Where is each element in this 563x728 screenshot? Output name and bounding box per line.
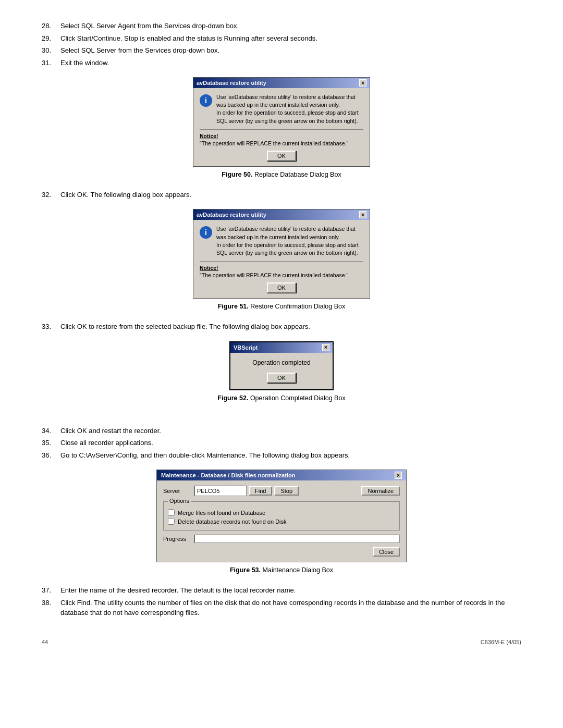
figure-51-row: i Use 'avDatabase restore utility' to re…	[200, 225, 363, 257]
step-33: 33. Click OK to restore from the selecte…	[42, 322, 521, 332]
step-34-text: Click OK and restart the recorder.	[60, 426, 161, 436]
figure-50-title: avDatabase restore utility	[197, 80, 266, 86]
figure-53-options-group: Options Merge files not found on Databas…	[163, 501, 400, 530]
figure-51-caption: Figure 51. Restore Confirmation Dialog B…	[218, 303, 346, 310]
figure-52-caption-text: Operation Completed Dialog Box	[250, 394, 346, 402]
step-35: 35. Close all recorder applications.	[42, 438, 521, 448]
figure-53-caption-text: Maintenance Dialog Box	[263, 566, 334, 574]
footer-page-number: 44	[42, 639, 48, 645]
step-36-text: Go to C:\AvServer\Config, and then doubl…	[60, 450, 350, 461]
step-37-text: Enter the name of the desired recorder. …	[60, 585, 296, 596]
step-31-num: 31.	[42, 58, 60, 68]
step-29-text: Click Start/Continue. Stop is enabled an…	[60, 33, 317, 44]
figure-50-buttons: OK	[200, 151, 363, 161]
figure-52-title: VBScript	[234, 344, 258, 351]
figure-51-caption-prefix: Figure 51.	[218, 303, 249, 310]
figure-53-checkbox1-row: Merge files not found on Database	[168, 509, 395, 516]
step-32: 32. Click OK. The following dialog box a…	[42, 190, 521, 200]
figure-53-stop-button[interactable]: Stop	[274, 486, 299, 496]
step-28-num: 28.	[42, 21, 60, 31]
figure-53-checkbox2[interactable]	[168, 518, 175, 525]
figure-53-close-button[interactable]: Close	[373, 547, 400, 557]
figure-52-container: VBScript × Operation completed OK Figure…	[42, 341, 521, 402]
figure-50-close[interactable]: ×	[359, 79, 366, 87]
figure-52-close[interactable]: ×	[322, 344, 329, 351]
footer-document-id: C636M-E (4/05)	[481, 639, 521, 645]
step-30: 30. Select SQL Server from the Services …	[42, 45, 521, 56]
figure-51-dialog: avDatabase restore utility × i Use 'avDa…	[193, 209, 370, 299]
figure-53-normalize-button[interactable]: Normalize	[361, 486, 400, 496]
step-31: 31. Exit the window.	[42, 58, 521, 68]
figure-51-notice: Notice! "The operation will REPLACE the …	[200, 261, 363, 278]
figure-53-footer: Close	[163, 547, 400, 557]
figure-53-dialog: Maintenance - Database / Disk files norm…	[156, 470, 407, 562]
figure-53-progress-row: Progress	[163, 535, 400, 543]
steps-28-31: 28. Select SQL Server Agent from the Ser…	[42, 21, 521, 68]
figure-50-notice-title: Notice!	[200, 133, 363, 139]
figure-53-checkbox2-row: Delete database records not found on Dis…	[168, 518, 395, 525]
figure-53-checkbox1-label: Merge files not found on Database	[178, 510, 265, 516]
figure-53-caption: Figure 53. Maintenance Dialog Box	[230, 566, 333, 574]
figure-53-container: Maintenance - Database / Disk files norm…	[42, 470, 521, 574]
figure-50-container: avDatabase restore utility × i Use 'avDa…	[42, 77, 521, 178]
step-28: 28. Select SQL Server Agent from the Ser…	[42, 21, 521, 31]
step-30-text: Select SQL Server from the Services drop…	[60, 45, 219, 56]
step-33-text: Click OK to restore from the selected ba…	[60, 322, 310, 332]
figure-53-progress-label: Progress	[163, 536, 194, 542]
figure-53-server-input[interactable]	[194, 486, 247, 496]
figure-51-notice-text: "The operation will REPLACE the current …	[200, 272, 348, 278]
figure-53-server-row: Server Find Stop Normalize	[163, 486, 400, 496]
step-33-num: 33.	[42, 322, 60, 332]
figure-50-titlebar: avDatabase restore utility ×	[193, 78, 370, 88]
figure-51-close[interactable]: ×	[359, 211, 366, 218]
figure-53-caption-prefix: Figure 53.	[230, 566, 261, 574]
footer: 44 C636M-E (4/05)	[42, 639, 521, 645]
figure-52-body: Operation completed OK	[230, 353, 333, 389]
step-31-text: Exit the window.	[60, 58, 109, 68]
figure-50-notice: Notice! "The operation will REPLACE the …	[200, 129, 363, 146]
figure-53-find-button[interactable]: Find	[249, 486, 272, 496]
figure-51-titlebar: avDatabase restore utility ×	[193, 209, 370, 220]
figure-50-dialog: avDatabase restore utility × i Use 'avDa…	[193, 77, 370, 167]
step-38-num: 38.	[42, 598, 60, 618]
figure-50-row: i Use 'avDatabase restore utility' to re…	[200, 93, 363, 125]
figure-52-caption-prefix: Figure 52.	[217, 394, 248, 402]
figure-51-caption-text: Restore Confirmation Dialog Box	[250, 303, 345, 310]
step-34-num: 34.	[42, 426, 60, 436]
figure-53-body: Server Find Stop Normalize Options Merge…	[157, 480, 406, 562]
step-38: 38. Click Find. The utility counts the n…	[42, 598, 521, 618]
figure-50-ok-button[interactable]: OK	[267, 151, 296, 161]
figure-50-info-icon: i	[200, 94, 212, 107]
figure-53-title: Maintenance - Database / Disk files norm…	[161, 472, 295, 478]
figure-51-ok-button[interactable]: OK	[267, 282, 296, 293]
figure-53-progress-bar	[194, 535, 400, 543]
figure-53-close[interactable]: ×	[395, 472, 402, 479]
figure-52-message: Operation completed	[239, 359, 324, 366]
figure-50-body-text: Use 'avDatabase restore utility' to rest…	[216, 93, 363, 125]
figure-52-ok-button[interactable]: OK	[267, 373, 296, 383]
figure-50-caption-text: Replace Database Dialog Box	[254, 171, 341, 178]
figure-51-info-icon: i	[200, 226, 212, 239]
step-28-text: Select SQL Server Agent from the Service…	[60, 21, 239, 31]
step-37: 37. Enter the name of the desired record…	[42, 585, 521, 596]
step-36: 36. Go to C:\AvServer\Config, and then d…	[42, 450, 521, 461]
step-32-text: Click OK. The following dialog box appea…	[60, 190, 191, 200]
step-34: 34. Click OK and restart the recorder.	[42, 426, 521, 436]
figure-50-caption-prefix: Figure 50.	[222, 171, 252, 178]
step-35-num: 35.	[42, 438, 60, 448]
figure-51-title: avDatabase restore utility	[197, 212, 266, 218]
step-32-list: 32. Click OK. The following dialog box a…	[42, 190, 521, 200]
figure-52-dialog: VBScript × Operation completed OK	[229, 341, 334, 390]
step-36-num: 36.	[42, 450, 60, 461]
figure-53-options-label: Options	[168, 498, 191, 504]
figure-51-body-text: Use 'avDatabase restore utility' to rest…	[216, 225, 363, 257]
figure-53-titlebar: Maintenance - Database / Disk files norm…	[157, 470, 406, 480]
figure-50-notice-text: "The operation will REPLACE the current …	[200, 140, 348, 146]
figure-51-buttons: OK	[200, 282, 363, 293]
step-38-text: Click Find. The utility counts the numbe…	[60, 598, 521, 618]
step-29-num: 29.	[42, 33, 60, 44]
page-content: 28. Select SQL Server Agent from the Ser…	[42, 21, 521, 645]
steps-34-36: 34. Click OK and restart the recorder. 3…	[42, 426, 521, 461]
figure-51-notice-title: Notice!	[200, 265, 363, 271]
figure-53-checkbox1[interactable]	[168, 509, 175, 516]
